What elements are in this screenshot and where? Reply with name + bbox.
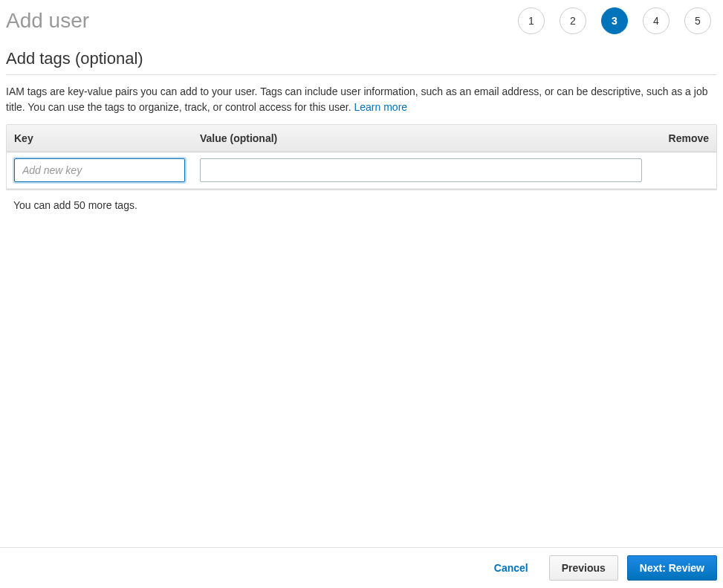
- learn-more-link[interactable]: Learn more: [354, 101, 407, 113]
- section-title: Add tags (optional): [6, 49, 717, 75]
- tags-table: Key Value (optional) Remove: [6, 124, 717, 190]
- step-1[interactable]: 1: [518, 7, 545, 34]
- page-title: Add user: [6, 9, 89, 33]
- table-row: [7, 152, 716, 189]
- wizard-steps: 1 2 3 4 5: [518, 7, 717, 34]
- step-2[interactable]: 2: [560, 7, 586, 34]
- column-value: Value (optional): [200, 132, 657, 144]
- next-review-button[interactable]: Next: Review: [627, 555, 717, 581]
- previous-button[interactable]: Previous: [549, 555, 618, 581]
- wizard-footer: Cancel Previous Next: Review: [0, 547, 723, 588]
- value-input[interactable]: [200, 158, 642, 182]
- key-input[interactable]: [14, 158, 185, 182]
- cancel-button[interactable]: Cancel: [482, 555, 540, 581]
- table-header: Key Value (optional) Remove: [7, 125, 716, 152]
- tag-limit-message: You can add 50 more tags.: [6, 190, 717, 220]
- column-key: Key: [14, 132, 200, 144]
- step-3[interactable]: 3: [601, 7, 628, 34]
- step-4[interactable]: 4: [643, 7, 669, 34]
- column-remove: Remove: [657, 132, 709, 144]
- step-5[interactable]: 5: [684, 7, 711, 34]
- section-description: IAM tags are key-value pairs you can add…: [6, 75, 717, 124]
